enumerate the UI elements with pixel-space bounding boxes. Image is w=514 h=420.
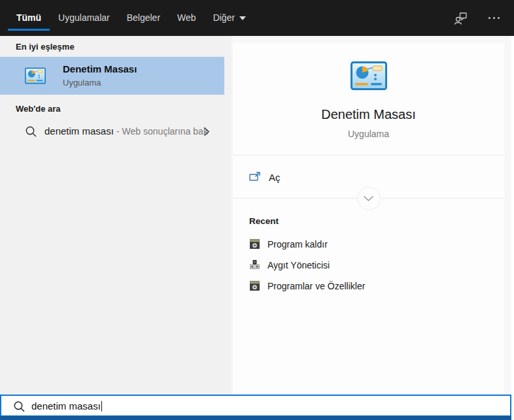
search-bar-bottom-edge [0,416,511,420]
tab-all[interactable]: Tümü [8,0,50,36]
topbar-icons [453,0,502,36]
search-input-value: denetim masası [31,400,102,412]
tab-web-label: Web [177,1,196,35]
tab-apps-label: Uygulamalar [58,1,110,35]
recent-item-label: Programlar ve Özellikler [267,281,365,291]
preview-card: Denetim Masası Uygulama Aç Recent [233,43,504,395]
tab-apps[interactable]: Uygulamalar [50,0,118,36]
recent-header: Recent [249,216,279,226]
recent-item-device-manager[interactable]: Aygıt Yöneticisi [233,257,504,274]
best-match-text: Denetim Masası Uygulama [63,63,137,89]
search-icon [13,400,26,413]
preview-title: Denetim Masası [233,107,504,122]
web-suggestion-row[interactable]: denetim masası - Web sonuçlarına bak [0,120,224,143]
preview-subtitle: Uygulama [233,129,504,139]
open-action[interactable]: Aç [233,166,504,189]
web-search-header: Web'de ara [16,104,61,114]
chevron-down-icon [239,16,246,20]
collapse-preview-button[interactable] [357,187,381,210]
tab-documents-label: Belgeler [127,1,160,35]
best-match-result[interactable]: Denetim Masası Uygulama [0,57,224,95]
search-filter-bar: Tümü Uygulamalar Belgeler Web Diğer [0,0,514,36]
recent-item-label: Program kaldır [267,239,328,250]
open-action-label: Aç [269,172,281,183]
tab-more-label: Diğer [213,1,235,35]
control-panel-icon [25,65,46,86]
programs-icon [249,238,260,250]
tab-more[interactable]: Diğer [205,0,254,36]
tab-documents[interactable]: Belgeler [118,0,169,36]
recent-item-label: Aygıt Yöneticisi [267,260,330,270]
recent-item-uninstall-program[interactable]: Program kaldır [233,236,504,253]
best-match-subtitle: Uygulama [63,77,137,89]
programs-icon [249,280,260,291]
preview-panel: Denetim Masası Uygulama Aç Recent [231,36,511,395]
search-icon [25,125,37,138]
text-cursor [101,401,102,412]
results-panel: En iyi eşleşme Denetim Masası [0,36,231,395]
chevron-down-icon [363,195,374,202]
divider [233,155,504,155]
device-manager-icon [249,259,260,270]
web-suggestion-text: denetim masası - Web sonuçlarına bak [44,125,208,137]
control-panel-icon-large [351,61,387,90]
web-suggestion-hint: - Web sonuçlarına bak [116,126,208,137]
best-match-header: En iyi eşleşme [16,42,75,52]
filter-tabs: Tümü Uygulamalar Belgeler Web Diğer [8,0,254,36]
chevron-right-icon[interactable] [203,127,210,137]
feedback-icon[interactable] [453,10,470,27]
tab-web[interactable]: Web [169,0,205,36]
windows-search-flyout: Tümü Uygulamalar Belgeler Web Diğer [0,0,514,420]
recent-item-programs-features[interactable]: Programlar ve Özellikler [233,278,504,295]
more-options-icon[interactable] [485,10,502,27]
tab-all-label: Tümü [16,1,41,35]
web-suggestion-query: denetim masası [44,125,114,137]
best-match-title: Denetim Masası [63,63,137,76]
taskbar-search-input[interactable]: denetim masası [0,395,511,417]
open-external-icon [249,171,261,183]
